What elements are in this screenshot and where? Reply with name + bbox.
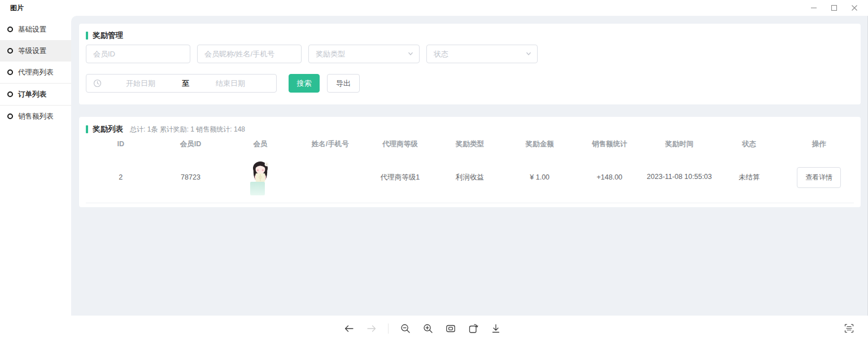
back-arrow-icon bbox=[343, 323, 355, 334]
window-title: 图片 bbox=[10, 3, 24, 13]
table-row: 2 78723 bbox=[86, 152, 854, 203]
circle-bullet-icon bbox=[7, 113, 13, 119]
sidebar-item-basic-settings[interactable]: 基础设置 bbox=[0, 19, 71, 40]
table-header: 奖励时间 bbox=[644, 139, 714, 149]
list-panel-title: 奖励列表 bbox=[93, 124, 123, 134]
member-id-input[interactable] bbox=[86, 45, 190, 63]
toolbar-icon-group bbox=[341, 316, 503, 341]
table-header: 代理商等级 bbox=[365, 139, 435, 149]
filter-panel: 奖励管理 开始日期 bbox=[79, 24, 861, 104]
cell-status: 未结算 bbox=[714, 173, 784, 182]
table-header: 状态 bbox=[714, 139, 784, 149]
toolbar-divider bbox=[388, 323, 389, 334]
minimize-button[interactable] bbox=[804, 0, 824, 16]
sidebar: 基础设置 等级设置 代理商列表 订单列表 销售额列表 bbox=[0, 16, 71, 316]
viewer-toolbar bbox=[0, 316, 868, 341]
zoom-out-button[interactable] bbox=[398, 321, 413, 336]
reward-type-select-value[interactable] bbox=[308, 45, 420, 63]
rotate-button[interactable] bbox=[465, 321, 481, 336]
maximize-icon bbox=[831, 5, 838, 11]
minimize-icon bbox=[810, 5, 817, 11]
cell-agent-level: 代理商等级1 bbox=[365, 173, 435, 182]
download-button[interactable] bbox=[488, 321, 503, 336]
date-start-placeholder[interactable]: 开始日期 bbox=[102, 78, 180, 89]
ocr-scan-text-icon bbox=[844, 323, 854, 334]
sidebar-item-sales-list[interactable]: 销售额列表 bbox=[0, 106, 71, 127]
sidebar-item-order-list[interactable]: 订单列表 bbox=[0, 83, 71, 106]
member-name-input[interactable] bbox=[197, 45, 302, 63]
filter-panel-title: 奖励管理 bbox=[93, 30, 123, 41]
circle-bullet-icon bbox=[7, 91, 13, 97]
green-accent-bar bbox=[86, 32, 88, 40]
sidebar-item-label: 基础设置 bbox=[18, 25, 46, 34]
ocr-scan-text-button[interactable] bbox=[841, 321, 857, 336]
export-button[interactable]: 导出 bbox=[327, 74, 360, 93]
date-range-picker[interactable]: 开始日期 至 结束日期 bbox=[86, 74, 277, 93]
date-end-placeholder[interactable]: 结束日期 bbox=[191, 78, 269, 89]
close-button[interactable] bbox=[844, 0, 865, 16]
close-icon bbox=[851, 5, 858, 11]
titlebar: 图片 bbox=[0, 0, 868, 16]
cell-id: 2 bbox=[86, 173, 156, 181]
table-header-row: ID 会员ID 会员 姓名/手机号 代理商等级 奖励类型 奖励金额 销售额统计 … bbox=[86, 136, 854, 152]
table-header: 会员ID bbox=[156, 139, 226, 149]
sidebar-item-label: 代理商列表 bbox=[18, 68, 54, 77]
zoom-in-button[interactable] bbox=[420, 321, 435, 336]
fit-to-window-button[interactable] bbox=[443, 321, 458, 336]
cell-action: 查看详情 bbox=[784, 167, 854, 188]
zoom-out-icon bbox=[400, 323, 411, 334]
table-header: 销售额统计 bbox=[574, 139, 644, 149]
table-header: 操作 bbox=[784, 139, 854, 149]
cell-reward-time: 2023-11-08 10:55:03 bbox=[644, 171, 714, 183]
cell-sales-total: +148.00 bbox=[574, 173, 644, 181]
admin-content: 奖励管理 开始日期 bbox=[71, 16, 868, 316]
chibi-girl-avatar-icon bbox=[250, 160, 271, 185]
window-controls bbox=[804, 0, 865, 16]
status-select-value[interactable] bbox=[426, 45, 538, 63]
rotate-icon bbox=[468, 323, 479, 334]
table-header: 姓名/手机号 bbox=[295, 139, 365, 149]
photos-app-window: 图片 基础设置 等级设置 bbox=[0, 0, 868, 341]
circle-bullet-icon bbox=[7, 69, 13, 75]
forward-arrow-icon bbox=[366, 323, 377, 334]
zoom-in-icon bbox=[422, 323, 434, 334]
date-separator: 至 bbox=[180, 78, 191, 89]
list-panel-title-row: 奖励列表 总计: 1条 累计奖励: 1 销售额统计: 148 bbox=[79, 117, 861, 134]
search-button[interactable]: 搜索 bbox=[289, 74, 320, 93]
fit-to-window-icon bbox=[445, 323, 456, 334]
filter-actions-row: 开始日期 至 结束日期 搜索 导出 bbox=[86, 74, 360, 93]
viewed-image: 基础设置 等级设置 代理商列表 订单列表 销售额列表 bbox=[0, 16, 868, 316]
sidebar-item-label: 订单列表 bbox=[18, 90, 46, 99]
forward-button[interactable] bbox=[364, 321, 379, 336]
list-panel: 奖励列表 总计: 1条 累计奖励: 1 销售额统计: 148 ID 会员ID 会… bbox=[79, 117, 861, 207]
filter-inputs-row bbox=[86, 45, 538, 63]
clock-icon bbox=[93, 79, 102, 88]
reward-type-select[interactable] bbox=[308, 45, 420, 63]
circle-bullet-icon bbox=[7, 27, 13, 32]
list-stats: 总计: 1条 累计奖励: 1 销售额统计: 148 bbox=[130, 124, 245, 134]
cell-member-avatar bbox=[225, 160, 295, 195]
cell-reward-amount: ¥ 1.00 bbox=[505, 173, 575, 181]
back-button[interactable] bbox=[341, 321, 356, 336]
sidebar-item-level-settings[interactable]: 等级设置 bbox=[0, 40, 71, 62]
sidebar-item-label: 等级设置 bbox=[18, 46, 46, 56]
circle-bullet-icon bbox=[7, 48, 13, 54]
sidebar-menu: 基础设置 等级设置 代理商列表 订单列表 销售额列表 bbox=[0, 16, 71, 127]
cell-member-id: 78723 bbox=[156, 173, 226, 181]
cell-reward-type: 利润收益 bbox=[435, 173, 505, 182]
maximize-button[interactable] bbox=[824, 0, 844, 16]
mint-square-decoration bbox=[250, 182, 265, 195]
table-header: 奖励金额 bbox=[505, 139, 575, 149]
filter-panel-title-row: 奖励管理 bbox=[79, 24, 861, 41]
status-select[interactable] bbox=[426, 45, 538, 63]
download-icon bbox=[490, 323, 501, 334]
table-header: 奖励类型 bbox=[435, 139, 505, 149]
sidebar-item-label: 销售额列表 bbox=[18, 112, 54, 121]
table-header: 会员 bbox=[225, 139, 295, 149]
reward-table: ID 会员ID 会员 姓名/手机号 代理商等级 奖励类型 奖励金额 销售额统计 … bbox=[86, 136, 854, 203]
avatar bbox=[225, 160, 295, 195]
table-header: ID bbox=[86, 140, 156, 148]
green-accent-bar bbox=[86, 125, 88, 133]
view-detail-button[interactable]: 查看详情 bbox=[797, 167, 841, 188]
sidebar-item-agent-list[interactable]: 代理商列表 bbox=[0, 62, 71, 83]
